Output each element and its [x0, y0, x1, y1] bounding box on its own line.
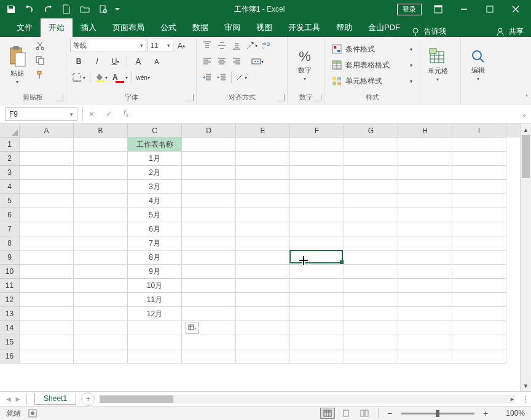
cell[interactable] [20, 208, 74, 222]
cell[interactable] [236, 194, 290, 208]
row-header[interactable]: 9 [0, 251, 20, 265]
vertical-scrollbar[interactable]: ▲ ▼ [520, 124, 531, 391]
cell[interactable] [20, 321, 74, 335]
cell[interactable] [398, 152, 452, 166]
cell[interactable] [182, 265, 236, 279]
cell[interactable]: 6月 [128, 222, 182, 236]
column-header[interactable]: I [452, 124, 506, 138]
autofill-options-icon[interactable]: + [186, 322, 199, 334]
cell[interactable] [74, 293, 128, 307]
tab-公式[interactable]: 公式 [152, 18, 184, 37]
cell[interactable] [344, 307, 398, 321]
cell[interactable] [182, 138, 236, 152]
cell[interactable] [182, 208, 236, 222]
cell[interactable] [74, 251, 128, 265]
cell[interactable] [182, 251, 236, 265]
cell[interactable] [182, 180, 236, 194]
zoom-level[interactable]: 100% [499, 409, 525, 418]
cell[interactable] [452, 251, 506, 265]
cell[interactable] [452, 194, 506, 208]
cell[interactable] [236, 349, 290, 364]
column-header[interactable]: E [236, 124, 290, 138]
row-header[interactable]: 8 [0, 236, 20, 251]
cell[interactable] [182, 194, 236, 208]
cell[interactable] [344, 138, 398, 152]
cell[interactable]: 2月 [128, 166, 182, 180]
dialog-launcher-icon[interactable] [277, 94, 285, 101]
page-break-view-icon[interactable] [357, 408, 372, 419]
cell[interactable] [236, 293, 290, 307]
row-header[interactable]: 15 [0, 335, 20, 349]
underline-button[interactable]: U ▾ [107, 55, 124, 68]
cell[interactable] [344, 208, 398, 222]
scroll-down-icon[interactable]: ▼ [521, 380, 531, 391]
cell[interactable] [182, 236, 236, 251]
tab-帮助[interactable]: 帮助 [328, 18, 360, 37]
dialog-launcher-icon[interactable] [56, 94, 63, 101]
zoom-out-icon[interactable]: − [385, 408, 395, 418]
split-handle-icon[interactable]: ⋮ [520, 395, 531, 403]
save-icon[interactable] [2, 1, 20, 17]
cell[interactable] [20, 307, 74, 321]
cell[interactable]: 12月 [128, 307, 182, 321]
cell[interactable] [128, 349, 182, 364]
cell[interactable]: 4月 [128, 194, 182, 208]
bold-button[interactable]: B [70, 55, 87, 68]
font-color-button[interactable]: A▾ [111, 71, 129, 84]
cell[interactable] [74, 349, 128, 364]
cell[interactable]: 7月 [128, 236, 182, 251]
wrap-text-icon[interactable]: abc [259, 39, 273, 52]
cell[interactable] [344, 194, 398, 208]
enter-formula-icon[interactable]: ✓ [100, 107, 117, 121]
maximize-icon[interactable] [477, 0, 503, 18]
cell[interactable] [290, 251, 344, 265]
decrease-font-size-icon[interactable]: A [148, 55, 165, 68]
cell[interactable] [290, 180, 344, 194]
decrease-indent-icon[interactable] [200, 71, 214, 84]
cell[interactable] [20, 293, 74, 307]
cell[interactable] [398, 138, 452, 152]
ribbon-options-icon[interactable] [425, 0, 451, 18]
cell[interactable] [20, 349, 74, 364]
zoom-slider[interactable] [401, 413, 474, 414]
cell[interactable] [398, 265, 452, 279]
align-middle-icon[interactable] [215, 39, 229, 52]
tab-数据[interactable]: 数据 [184, 18, 216, 37]
cell[interactable] [398, 279, 452, 293]
row-header[interactable]: 5 [0, 194, 20, 208]
row-header[interactable]: 4 [0, 180, 20, 194]
cell[interactable] [20, 251, 74, 265]
cell[interactable]: 9月 [128, 265, 182, 279]
tab-审阅[interactable]: 审阅 [216, 18, 248, 37]
tab-页面布局[interactable]: 页面布局 [104, 18, 152, 37]
cell[interactable] [236, 251, 290, 265]
cell[interactable] [182, 349, 236, 364]
row-header[interactable]: 3 [0, 166, 20, 180]
row-header[interactable]: 6 [0, 208, 20, 222]
cell[interactable] [452, 236, 506, 251]
align-right-icon[interactable] [230, 55, 243, 68]
tab-开始[interactable]: 开始 [41, 18, 73, 37]
redo-icon[interactable] [39, 1, 57, 17]
copy-icon[interactable] [33, 53, 47, 67]
cell[interactable] [20, 279, 74, 293]
cell[interactable] [182, 335, 236, 349]
column-header[interactable]: B [74, 124, 128, 138]
cell[interactable] [236, 279, 290, 293]
row-header[interactable]: 10 [0, 265, 20, 279]
cell[interactable] [344, 335, 398, 349]
cell[interactable] [398, 222, 452, 236]
macro-record-icon[interactable] [28, 409, 37, 418]
qat-customize-icon[interactable] [113, 1, 122, 17]
cell[interactable]: 1月 [128, 152, 182, 166]
cell[interactable] [290, 279, 344, 293]
print-preview-icon[interactable] [95, 1, 112, 17]
column-header[interactable]: G [344, 124, 398, 138]
cell[interactable] [74, 265, 128, 279]
row-header[interactable]: 2 [0, 152, 20, 166]
scroll-thumb[interactable] [100, 395, 173, 403]
cell[interactable] [290, 265, 344, 279]
tab-nav[interactable]: ◄ ► [0, 395, 26, 403]
cell[interactable] [290, 335, 344, 349]
orientation-dropdown-icon[interactable]: ▾ [234, 71, 248, 84]
